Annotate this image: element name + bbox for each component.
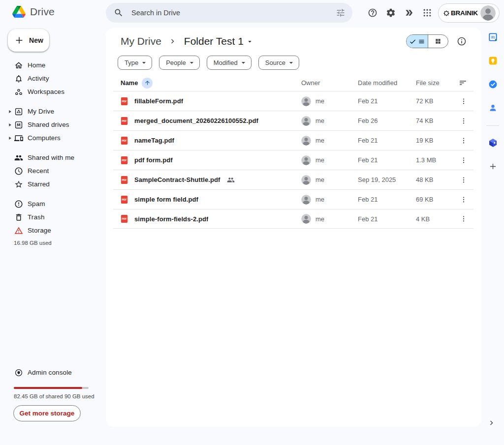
computers-icon — [14, 134, 23, 143]
sidebar-item-shared-with-me[interactable]: Shared with me — [0, 151, 106, 164]
sidebar-item-home[interactable]: Home — [0, 59, 106, 72]
row-menu-button[interactable] — [458, 215, 473, 223]
sort-options-button[interactable] — [458, 79, 473, 87]
storage-used-label: 16.98 GB used — [14, 240, 106, 246]
file-row[interactable]: nameTag.pdf me Feb 21 19 KB — [113, 130, 473, 150]
filter-chip-source[interactable]: Source — [258, 56, 299, 70]
sidebar-item-starred[interactable]: Starred — [0, 178, 106, 191]
tasks-icon — [488, 80, 498, 89]
sidebar-item-workspaces[interactable]: Workspaces — [0, 85, 106, 98]
calendar-button[interactable] — [483, 27, 503, 47]
sidebar-item-trash[interactable]: Trash — [0, 210, 106, 224]
sidebar-item-shared-drives[interactable]: Shared drives — [0, 118, 106, 131]
sort-direction-button[interactable] — [142, 78, 153, 89]
file-row[interactable]: fillableForm.pdf me Feb 21 72 KB — [113, 91, 473, 111]
org-logo: BRAINIK — [443, 9, 478, 17]
file-name: simple-form-fields-2.pdf — [134, 215, 208, 223]
column-header-modified[interactable]: Date modified — [358, 79, 416, 87]
sidebar-item-spam[interactable]: Spam — [0, 197, 106, 210]
row-menu-button[interactable] — [458, 176, 473, 184]
addon-button[interactable] — [483, 133, 503, 152]
tasks-button[interactable] — [483, 74, 503, 94]
help-button[interactable] — [363, 3, 381, 23]
folder-menu-caret-icon[interactable] — [246, 38, 253, 45]
row-menu-button[interactable] — [458, 196, 473, 204]
keep-button[interactable] — [483, 51, 503, 70]
bell-icon — [14, 74, 23, 83]
row-menu-button[interactable] — [458, 117, 473, 125]
search-input[interactable]: Search in Drive — [131, 9, 336, 17]
new-button[interactable]: New — [8, 29, 49, 52]
column-header-name[interactable]: Name — [121, 78, 301, 89]
date-modified: Feb 21 — [358, 196, 416, 203]
row-menu-button[interactable] — [458, 156, 473, 164]
file-size: 74 KB — [416, 117, 458, 124]
expand-caret-icon[interactable] — [7, 136, 12, 141]
app-name: Drive — [30, 6, 55, 18]
row-menu-button[interactable] — [458, 137, 473, 145]
file-name: merged_document_20260226100552.pdf — [134, 117, 258, 124]
kebab-icon — [460, 176, 468, 184]
file-name: pdf form.pdf — [134, 156, 173, 164]
settings-button[interactable] — [381, 3, 400, 23]
grid-view-icon — [435, 38, 441, 45]
contacts-button[interactable] — [483, 98, 503, 118]
file-row[interactable]: simple-form-fields-2.pdf me Feb 21 4 KB — [113, 209, 473, 229]
column-header-owner[interactable]: Owner — [301, 79, 358, 87]
file-row[interactable]: merged_document_20260226100552.pdf me Fe… — [113, 111, 473, 130]
home-icon — [14, 61, 23, 70]
filter-chip-modified[interactable]: Modified — [207, 56, 252, 70]
account-switcher[interactable]: BRAINIK — [438, 3, 500, 23]
get-addons-button[interactable] — [483, 156, 503, 176]
view-toggle[interactable] — [406, 34, 448, 48]
file-table-body: fillableForm.pdf me Feb 21 72 KB merged_… — [113, 91, 473, 229]
pdf-file-icon — [121, 176, 128, 184]
file-row[interactable]: pdf form.pdf me Feb 21 1.3 MB — [113, 150, 473, 170]
get-more-storage-button[interactable]: Get more storage — [13, 405, 81, 421]
avatar[interactable] — [480, 5, 496, 21]
search-icon — [114, 8, 124, 18]
filter-chip-type[interactable]: Type — [118, 56, 152, 70]
premium-features-button[interactable] — [400, 3, 418, 23]
file-row[interactable]: SampleContract-Shuttle.pdf me Sep 19, 20… — [113, 170, 473, 189]
search-options-icon[interactable] — [336, 8, 346, 18]
row-menu-button[interactable] — [458, 97, 473, 105]
owner-label: me — [315, 156, 324, 164]
sidebar-item-storage[interactable]: Storage — [0, 224, 106, 237]
expand-caret-icon[interactable] — [7, 109, 12, 114]
workspaces-icon — [14, 88, 23, 96]
owner-avatar — [301, 155, 311, 165]
sidebar-item-admin-console[interactable]: Admin console — [0, 366, 106, 379]
apps-grid-icon — [422, 8, 432, 18]
kebab-icon — [460, 117, 468, 125]
drive-logo-area[interactable]: Drive — [12, 6, 55, 18]
clock-icon — [14, 167, 23, 176]
file-row[interactable]: simple form field.pdf me Feb 21 69 KB — [113, 189, 473, 209]
hide-side-panel-button[interactable] — [487, 418, 496, 427]
google-apps-button[interactable] — [418, 3, 436, 23]
calendar-icon — [488, 32, 498, 42]
expand-caret-icon[interactable] — [7, 122, 12, 127]
list-view-button[interactable] — [407, 35, 428, 48]
sidebar-item-my-drive[interactable]: My Drive — [0, 105, 106, 118]
breadcrumb-my-drive[interactable]: My Drive — [121, 35, 161, 47]
filter-chip-people[interactable]: People — [159, 56, 199, 70]
breadcrumb-current-folder[interactable]: Folder Test 1 — [184, 35, 253, 47]
column-header-size[interactable]: File size — [416, 79, 458, 87]
sidebar-item-recent[interactable]: Recent — [0, 164, 106, 178]
kebab-icon — [460, 97, 468, 105]
kebab-icon — [460, 196, 468, 204]
sidebar-item-activity[interactable]: Activity — [0, 72, 106, 85]
file-size: 72 KB — [416, 97, 458, 105]
search-bar[interactable]: Search in Drive — [106, 3, 352, 23]
info-icon[interactable] — [457, 36, 467, 46]
sidebar-item-computers[interactable]: Computers — [0, 131, 106, 145]
owner-label: me — [315, 137, 324, 144]
check-icon — [409, 38, 416, 45]
file-size: 1.3 MB — [416, 156, 458, 164]
grid-view-button[interactable] — [428, 35, 448, 48]
breadcrumb: My Drive Folder Test 1 — [121, 35, 253, 47]
file-name: fillableForm.pdf — [134, 97, 183, 105]
side-panel-rail — [481, 26, 504, 445]
chevron-down-icon — [287, 59, 295, 67]
